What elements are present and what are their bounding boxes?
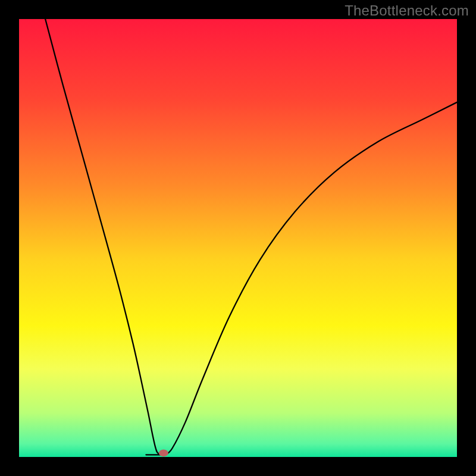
optimal-point-marker bbox=[159, 449, 168, 456]
watermark-text: TheBottleneck.com bbox=[345, 2, 469, 19]
gradient-background bbox=[19, 19, 457, 457]
bottleneck-chart bbox=[19, 19, 457, 457]
chart-frame bbox=[19, 19, 457, 457]
